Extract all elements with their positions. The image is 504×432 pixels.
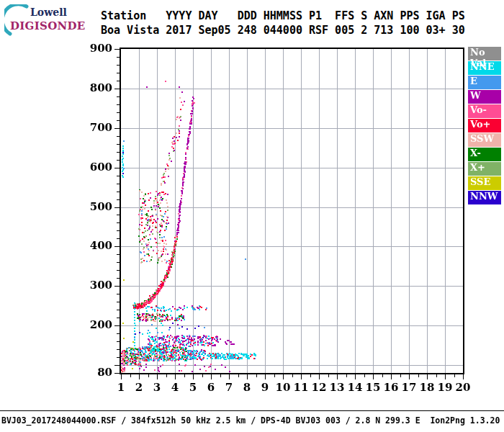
legend-label: X- xyxy=(468,148,501,158)
legend-item-nnw: NNW xyxy=(468,191,501,204)
legend-item-vo-: Vo+ xyxy=(468,119,501,132)
legend-item-w: W xyxy=(468,90,501,104)
legend-item-nne: NNE xyxy=(468,61,501,75)
legend-label: X+ xyxy=(468,162,501,173)
legend-item-no-val: No Val xyxy=(468,47,501,60)
legend-label: NNE xyxy=(468,61,501,72)
legend-label: SSE xyxy=(468,176,501,187)
legend-item-vo-: Vo- xyxy=(468,104,501,118)
legend-label: SSW xyxy=(468,133,501,144)
legend-item-sse: SSE xyxy=(468,176,501,190)
ionogram-app: Lowell DIGISONDE Station YYYY DAY DDD HH… xyxy=(0,0,504,432)
legend-item-ssw: SSW xyxy=(468,133,501,147)
legend-label: Vo+ xyxy=(468,119,501,130)
ionogram-canvas xyxy=(0,0,504,432)
status-divider xyxy=(0,410,504,411)
legend-label: W xyxy=(468,90,501,101)
legend-item-x-: X+ xyxy=(468,162,501,176)
legend-item-x-: X- xyxy=(468,148,501,161)
legend-item-e: E xyxy=(468,76,501,89)
legend-label: E xyxy=(468,76,501,86)
doppler-legend: No ValNNEEWVo-Vo+SSWX-X+SSENNW xyxy=(468,47,501,205)
legend-label: Vo- xyxy=(468,104,501,115)
status-bar: BVJ03_2017248044000.RSF / 384fx512h 50 k… xyxy=(1,415,504,426)
legend-label: NNW xyxy=(468,191,501,202)
